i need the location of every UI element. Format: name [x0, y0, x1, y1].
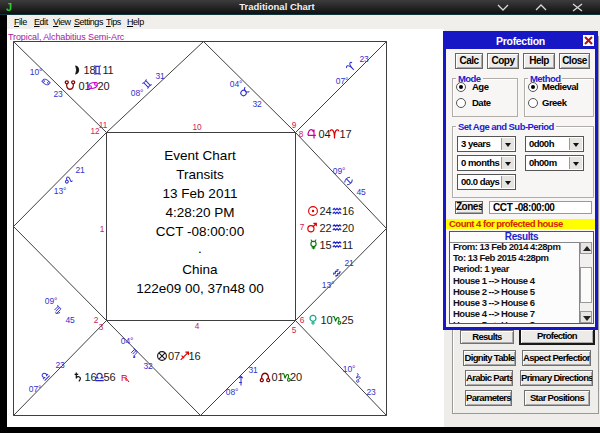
svg-text:.: .	[198, 241, 202, 256]
svg-text:17: 17	[340, 128, 352, 140]
svg-text:07: 07	[168, 350, 180, 362]
svg-text:32: 32	[252, 99, 262, 109]
svg-text:15: 15	[320, 239, 332, 251]
svg-text:9: 9	[292, 120, 297, 130]
svg-text:11: 11	[103, 64, 114, 76]
svg-text:11: 11	[342, 239, 353, 251]
svg-text:3: 3	[99, 322, 104, 332]
svg-text:16: 16	[85, 371, 97, 383]
svg-text:56: 56	[104, 371, 116, 383]
svg-text:20: 20	[342, 222, 354, 234]
svg-text:China: China	[182, 262, 218, 277]
svg-text:CCT -08:00:00: CCT -08:00:00	[156, 224, 244, 239]
svg-text:21: 21	[75, 165, 85, 175]
svg-text:4:28:20 PM: 4:28:20 PM	[165, 205, 234, 220]
svg-text:7: 7	[300, 222, 305, 232]
svg-text:24: 24	[320, 205, 332, 217]
svg-text:09°: 09°	[45, 296, 57, 306]
svg-text:04°: 04°	[230, 79, 242, 89]
svg-text:10: 10	[192, 122, 202, 132]
svg-text:04: 04	[319, 128, 331, 140]
svg-text:31: 31	[248, 365, 258, 375]
svg-text:5: 5	[292, 325, 297, 335]
svg-text:R: R	[121, 373, 128, 383]
svg-text:07°: 07°	[29, 384, 41, 394]
svg-text:22: 22	[320, 222, 332, 234]
svg-text:8: 8	[299, 129, 304, 139]
svg-text:20: 20	[290, 371, 302, 383]
svg-text:08°: 08°	[131, 88, 143, 98]
svg-text:6: 6	[300, 315, 305, 325]
svg-text:Transits: Transits	[176, 167, 224, 182]
svg-text:09°: 09°	[333, 166, 345, 176]
svg-text:12: 12	[90, 126, 100, 136]
svg-text:32: 32	[143, 361, 153, 371]
svg-text:13°: 13°	[54, 186, 66, 196]
svg-text:23: 23	[53, 89, 63, 99]
svg-text:Event Chart: Event Chart	[164, 148, 236, 163]
svg-text:23: 23	[55, 360, 65, 370]
svg-text:18: 18	[84, 64, 96, 76]
svg-text:45: 45	[65, 315, 75, 325]
svg-text:20: 20	[98, 80, 110, 92]
svg-text:13 Feb 2011: 13 Feb 2011	[163, 186, 238, 201]
svg-text:23: 23	[366, 387, 376, 397]
svg-text:4: 4	[195, 321, 200, 331]
svg-text:25: 25	[342, 314, 354, 326]
svg-text:10°: 10°	[30, 67, 42, 77]
svg-text:07°: 07°	[336, 76, 348, 86]
svg-text:01: 01	[272, 371, 284, 383]
svg-text:04°: 04°	[121, 336, 133, 346]
svg-text:16: 16	[342, 205, 354, 217]
svg-text:1: 1	[100, 224, 105, 234]
svg-text:10°: 10°	[343, 364, 355, 374]
svg-text:122e09 00, 37n48 00: 122e09 00, 37n48 00	[136, 281, 264, 296]
svg-text:16: 16	[189, 350, 201, 362]
svg-text:10: 10	[321, 314, 333, 326]
svg-text:21: 21	[344, 258, 354, 268]
svg-text:08°: 08°	[226, 387, 238, 397]
svg-text:45: 45	[356, 187, 366, 197]
svg-text:11: 11	[99, 120, 108, 130]
svg-text:31: 31	[155, 71, 165, 81]
svg-text:23: 23	[359, 54, 369, 64]
svg-text:13°: 13°	[322, 280, 334, 290]
